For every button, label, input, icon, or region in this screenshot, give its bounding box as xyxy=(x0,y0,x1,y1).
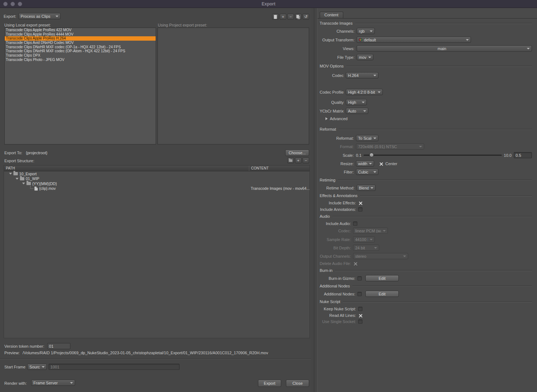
keep-nuke-script-checkbox[interactable] xyxy=(358,307,362,311)
start-frame-input[interactable] xyxy=(49,364,180,370)
minus-icon: − xyxy=(290,15,292,19)
codec-profile-label: Codec Profile xyxy=(320,90,346,94)
preview-label: Preview: xyxy=(4,351,20,355)
chevron-down-icon xyxy=(370,239,373,240)
include-annotations-checkbox[interactable] xyxy=(358,207,362,212)
center-checkbox[interactable] xyxy=(379,162,383,166)
advanced-disclosure[interactable]: Advanced xyxy=(320,116,532,121)
remove-structure-item-button[interactable]: − xyxy=(303,158,309,163)
file-type-dropdown[interactable]: mov xyxy=(357,54,373,60)
bit-depth-label: Bit Depth: xyxy=(320,246,353,250)
tree-row[interactable]: {clip}.mov Transcode Images (mov - mov64… xyxy=(4,186,310,191)
burn-in-gizmo-checkbox[interactable] xyxy=(357,276,362,281)
export-mode-dropdown[interactable]: Process as Clips xyxy=(19,13,61,19)
choose-button[interactable]: Choose... xyxy=(285,150,309,156)
window-title: Export xyxy=(0,1,537,7)
format-label: Format: xyxy=(320,144,356,149)
burn-in-gizmo-label: Burn-in Gizmo: xyxy=(320,276,357,281)
chevron-down-icon xyxy=(368,57,371,58)
chevron-down-icon xyxy=(403,256,406,257)
preset-item[interactable]: Transcode Clips DPX xyxy=(5,53,156,58)
export-to-label: Export To: xyxy=(4,151,22,155)
add-preset-button[interactable]: + xyxy=(280,14,286,20)
section-burn-in: Burn-in xyxy=(320,268,532,273)
export-button[interactable]: Export xyxy=(258,380,281,387)
section-divider xyxy=(339,129,532,130)
retime-method-dropdown[interactable]: Blend xyxy=(357,185,376,191)
close-window-icon[interactable] xyxy=(3,2,8,6)
project-preset-list[interactable] xyxy=(157,28,309,144)
version-token-spinbox[interactable] xyxy=(47,343,70,349)
scale-value-input[interactable] xyxy=(514,152,532,158)
remove-preset-button[interactable]: − xyxy=(287,14,294,20)
render-with-dropdown[interactable]: Frame Server xyxy=(31,380,75,386)
duplicate-preset-button[interactable] xyxy=(295,14,302,20)
tree-row[interactable]: {YY}{MM}{DD} xyxy=(4,181,310,186)
expander-icon[interactable] xyxy=(16,178,19,180)
preset-item[interactable]: Transcode Clips Photo - JPEG MOV xyxy=(5,58,156,62)
expander-icon[interactable] xyxy=(9,173,12,175)
include-effects-checkbox[interactable] xyxy=(358,201,362,205)
include-audio-checkbox[interactable] xyxy=(353,221,357,226)
pane-splitter[interactable] xyxy=(311,8,317,392)
maximize-window-icon[interactable] xyxy=(18,2,22,6)
scale-slider[interactable] xyxy=(364,155,501,156)
start-frame-mode-dropdown[interactable]: Source xyxy=(27,364,47,370)
revert-preset-button[interactable]: ↺ xyxy=(303,14,309,20)
folder-icon xyxy=(20,177,24,180)
local-preset-list[interactable]: Transcode Clips Apple ProRes 422 MOV Tra… xyxy=(4,28,156,144)
preset-item[interactable]: Transcode Clips Apple ProRes 4444 MOV xyxy=(5,32,156,37)
tree-row[interactable]: 01_WIP xyxy=(4,176,310,181)
ycbcr-matrix-row: YCbCr Matrix Auto xyxy=(320,108,532,114)
preset-item[interactable]: Transcode Clips Avid DNxHD Codec MOV xyxy=(5,41,156,45)
output-transform-dropdown[interactable]: default xyxy=(357,37,471,43)
ycbcr-matrix-dropdown[interactable]: Auto xyxy=(346,108,368,114)
quality-dropdown[interactable]: High xyxy=(346,99,367,105)
export-structure-label: Export Structure: xyxy=(4,159,34,163)
additional-nodes-checkbox[interactable] xyxy=(357,292,362,296)
export-structure-tree[interactable]: PATH CONTENT 10_Export 01_WIP {YY}{MM}{D… xyxy=(4,165,310,338)
new-preset-button[interactable] xyxy=(272,14,279,20)
views-dropdown[interactable]: main xyxy=(357,45,532,52)
close-button[interactable]: Close xyxy=(286,380,309,387)
slider-handle[interactable] xyxy=(369,153,374,157)
preset-item[interactable]: Transcode Clips DNxHR MXF codec (OP-1a -… xyxy=(5,45,156,49)
section-audio: Audio xyxy=(320,214,532,219)
sample-rate-label: Sample Rate: xyxy=(320,237,353,242)
tab-content[interactable]: Content xyxy=(320,12,343,19)
output-channels-dropdown: stereo xyxy=(353,253,408,259)
preset-item[interactable]: Transcode Clips DNxHR MXF codec (OP-Atom… xyxy=(5,49,156,53)
tree-row-content: Transcode Images (mov - mov64... xyxy=(251,186,310,191)
file-type-row: File Type: mov xyxy=(320,54,532,60)
chevron-down-icon xyxy=(378,91,381,93)
burn-in-edit-button[interactable]: Edit xyxy=(365,275,399,281)
render-with-label: Render with: xyxy=(4,381,27,385)
new-folder-button[interactable] xyxy=(287,158,294,163)
export-left-pane: Export: Process as Clips + − ↺ Using Loc… xyxy=(0,8,311,392)
tree-row[interactable]: 10_Export xyxy=(4,171,310,176)
preset-item[interactable]: Transcode Clips Apple ProRes 422 MOV xyxy=(5,28,156,32)
codec-dropdown[interactable]: H.264 xyxy=(346,72,378,78)
scale-label: Scale: xyxy=(320,153,356,158)
additional-nodes-edit-button[interactable]: Edit xyxy=(365,291,399,297)
read-all-lines-checkbox[interactable] xyxy=(358,313,362,318)
chevron-down-icon xyxy=(70,382,73,384)
export-mode-row: Export: Process as Clips xyxy=(4,13,61,19)
output-transform-row: Output Transform: default xyxy=(320,37,532,43)
section-divider xyxy=(332,216,532,217)
channels-label: Channels: xyxy=(320,29,357,33)
expander-icon[interactable] xyxy=(22,183,25,184)
version-token-input[interactable] xyxy=(48,343,70,349)
minimize-window-icon[interactable] xyxy=(11,2,15,6)
reformat-dropdown[interactable]: To Scale xyxy=(356,135,378,141)
filter-row: Filter: Cubic xyxy=(320,169,532,175)
add-structure-item-button[interactable]: + xyxy=(295,158,302,163)
channels-dropdown[interactable]: rgb xyxy=(357,28,375,34)
preset-item[interactable]: Transcode Clips Apple ProRes H.264 xyxy=(5,36,156,41)
folder-icon xyxy=(13,172,18,175)
filter-dropdown[interactable]: Cubic xyxy=(356,169,378,175)
tree-connector xyxy=(30,186,33,189)
resize-dropdown[interactable]: width xyxy=(356,160,374,167)
codec-profile-row: Codec Profile High 4:2:0 8-bit xyxy=(320,89,532,95)
codec-profile-dropdown[interactable]: High 4:2:0 8-bit xyxy=(346,89,383,95)
